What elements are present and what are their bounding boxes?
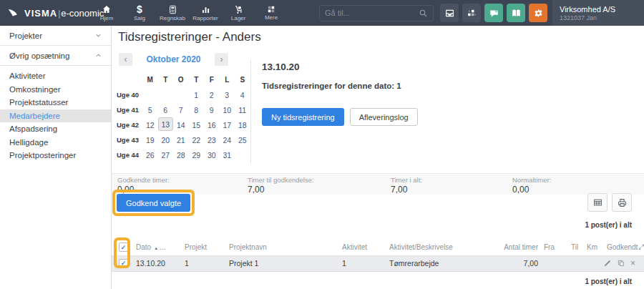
sidebar-section-ovrig-opsaetning[interactable]: Øvrig opsætning (0, 46, 111, 66)
calendar-day[interactable]: 28 (173, 147, 189, 162)
grid-icon (267, 5, 275, 14)
sidebar-item-afspadsering[interactable]: Afspadsering (0, 122, 111, 136)
calendar-next-button[interactable]: › (215, 53, 228, 66)
column-km[interactable]: Km (585, 240, 605, 255)
search-input[interactable] (325, 9, 419, 17)
calendar-day[interactable]: 24 (220, 132, 235, 147)
selected-date-heading: 13.10.20 (262, 62, 418, 72)
calendar-day[interactable]: 7 (173, 102, 189, 117)
calendar-day[interactable]: 15 (189, 117, 205, 132)
calendar-day[interactable]: 12 (142, 117, 158, 132)
sidebar-item-omkostninger[interactable]: Omkostninger (0, 83, 111, 97)
sidebar-item-helligdage[interactable]: Helligdage (0, 136, 111, 150)
calendar-prev-button[interactable]: ‹ (119, 53, 132, 66)
calendar-day[interactable]: 17 (220, 117, 235, 132)
calendar-day[interactable]: 21 (173, 132, 189, 147)
registrations-table: ✓ Dato▲... Projekt Projektnavn Aktivitet… (112, 240, 644, 272)
delete-icon[interactable]: × (630, 259, 635, 268)
calendar-day[interactable]: 27 (158, 147, 174, 162)
nav-item-regnskab[interactable]: Regnskab (156, 0, 189, 26)
calendar-day[interactable]: 26 (142, 147, 158, 162)
column-fra[interactable]: Fra (542, 240, 570, 255)
settings-button[interactable] (529, 4, 547, 22)
apps-button[interactable] (462, 4, 481, 22)
calendar-day[interactable]: 16 (204, 117, 220, 132)
expand-icon[interactable] (638, 243, 644, 251)
chat-bubble-icon (489, 8, 499, 19)
calendar-day (235, 147, 250, 162)
calendar-day[interactable]: 10 (220, 102, 235, 117)
calendar-day[interactable]: 1 (189, 87, 205, 102)
calendar-day[interactable]: 14 (173, 117, 189, 132)
cell-antal-timer: 7,00 (484, 255, 542, 271)
sidebar-section-projekter[interactable]: Projekter (0, 26, 111, 46)
calendar-week-label: Uge 41 (117, 102, 142, 117)
cell-projekt: 1 (183, 255, 228, 271)
visma-logo[interactable]: VISMA|e-conomic (0, 6, 87, 19)
calendar-weekday: S (235, 72, 250, 87)
column-projekt[interactable]: Projekt (183, 240, 228, 255)
nav-item-lager[interactable]: Lager (222, 0, 255, 26)
account-menu[interactable]: Virksomhed A/S 1321037 Jan (552, 0, 644, 26)
column-godkendt[interactable]: Godkendt (607, 243, 638, 251)
select-all-checkbox[interactable]: ✓ (119, 243, 128, 252)
column-aktivitet[interactable]: Aktivitet (341, 240, 388, 255)
calendar-day[interactable]: 20 (158, 132, 174, 147)
sidebar-item-medarbejdere[interactable]: Medarbejdere (0, 109, 111, 123)
print-button[interactable] (612, 193, 632, 212)
table-header-row: ✓ Dato▲... Projekt Projektnavn Aktivitet… (112, 240, 644, 255)
guide-button[interactable] (507, 4, 525, 22)
inbox-button[interactable] (440, 4, 459, 22)
calendar-month-label[interactable]: Oktober 2020 (146, 54, 200, 64)
chat-button[interactable] (484, 4, 503, 22)
calendar-day[interactable]: 6 (158, 102, 174, 117)
edit-icon[interactable] (603, 259, 612, 268)
column-beskrivelse[interactable]: Aktivitet/Beskrivelse (388, 240, 484, 255)
copy-icon[interactable] (617, 259, 625, 268)
nav-item-mere[interactable]: Mere (255, 0, 288, 26)
column-settings-button[interactable] (587, 193, 608, 212)
calendar-day[interactable]: 5 (142, 102, 158, 117)
calendar-day[interactable]: 11 (235, 102, 250, 117)
calendar-day[interactable]: 18 (235, 117, 250, 132)
calendar-day[interactable]: 25 (235, 132, 250, 147)
sidebar-item-projektstatusser[interactable]: Projektstatusser (0, 96, 111, 109)
nav-item-salg[interactable]: $ Salg (123, 0, 156, 26)
page-title: Tidsregistreringer - Anders (118, 30, 261, 44)
column-antal-timer[interactable]: Antal timer (484, 240, 542, 255)
main-content: Tidsregistreringer - Anders ‹ Oktober 20… (112, 26, 644, 289)
sidebar-item-projektposteringer[interactable]: Projektposteringer (0, 149, 111, 162)
delivery-log-button[interactable]: Afleveringslog (350, 108, 418, 126)
column-til[interactable]: Til (570, 240, 585, 255)
column-menu-icon[interactable]: ... (160, 243, 165, 251)
calendar-day[interactable]: 22 (189, 132, 205, 147)
calendar-day[interactable]: 9 (204, 102, 220, 117)
calendar-day[interactable]: 3 (220, 87, 235, 102)
new-registration-button[interactable]: Ny tidsregistrering (262, 108, 344, 126)
column-projektnavn[interactable]: Projektnavn (228, 240, 341, 255)
quick-actions (440, 4, 547, 22)
calendar-day[interactable]: 31 (220, 147, 235, 162)
nav-item-rapporter[interactable]: Rapporter (189, 0, 222, 26)
calendar-day[interactable]: 29 (189, 147, 205, 162)
calendar-day[interactable]: 19 (142, 132, 158, 147)
calendar-day[interactable]: 8 (189, 102, 205, 117)
section-label: Øvrig opsætning (9, 52, 69, 60)
calendar-header: ‹ Oktober 2020 › (119, 53, 228, 66)
calendar-day[interactable]: 13 (158, 117, 174, 131)
account-info: 1321037 Jan (560, 14, 644, 21)
calendar-week-label: Uge 40 (117, 87, 142, 102)
table-row[interactable]: ✓ 13.10.20 1 Projekt 1 1 Tømrerarbejde 7… (112, 255, 644, 271)
approve-selected-button[interactable]: Godkend valgte (117, 194, 190, 212)
calendar-day[interactable]: 2 (204, 87, 220, 102)
magnifier-icon[interactable] (419, 9, 428, 18)
cell-til (570, 255, 585, 271)
row-checkbox[interactable]: ✓ (119, 259, 128, 268)
brand-name: VISMA (24, 8, 57, 19)
calendar-day[interactable]: 30 (204, 147, 220, 162)
nav-item-hjem[interactable]: Hjem (90, 0, 123, 26)
calendar-day[interactable]: 23 (204, 132, 220, 147)
column-dato[interactable]: Dato▲... (135, 240, 183, 255)
sidebar-item-aktiviteter[interactable]: Aktiviteter (0, 69, 111, 83)
calendar-day[interactable]: 4 (235, 87, 250, 102)
